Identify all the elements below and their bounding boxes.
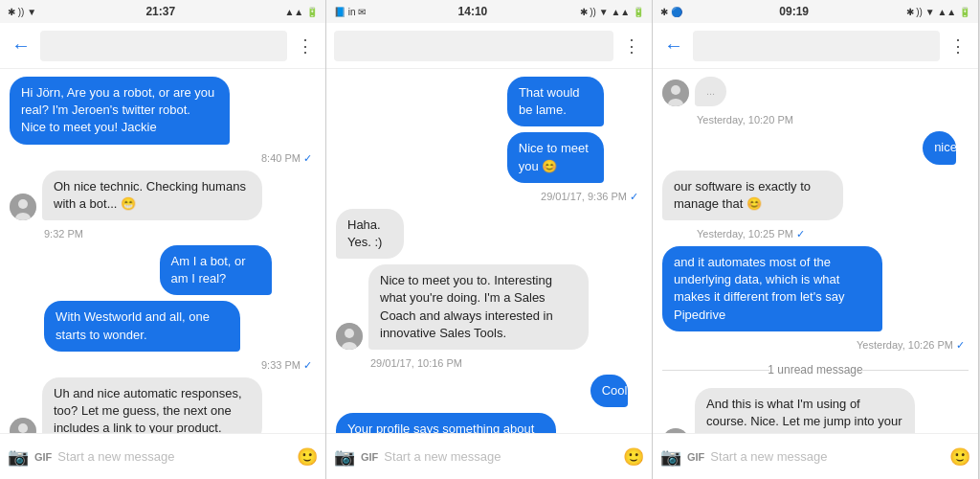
input-placeholder-3[interactable]: Start a new message [710, 449, 944, 464]
msg-bubble-p3-3: and it automates most of the underlying … [662, 246, 882, 331]
msg-row-sent-1: Hi Jörn, Are you a robot, or are you rea… [10, 77, 316, 145]
checkmark-4: ✓ [303, 359, 312, 371]
msg-bubble-2: Oh nice technic. Checking humans with a … [42, 171, 262, 220]
msg-row-sent-p2-5: Cool! [590, 375, 642, 407]
msg-bubble-1: Hi Jörn, Are you a robot, or are you rea… [10, 77, 230, 145]
msg-bubble-p2-6: Your profile says something about the wo… [336, 413, 556, 433]
emoji-icon-1[interactable]: 🙂 [297, 446, 318, 468]
status-bar-2: 📘 in ✉ 14:10 ✱ )) ▼ ▲▲ 🔋 [326, 0, 652, 23]
msg-row-sent-4: With Westworld and all, one starts to wo… [44, 301, 316, 351]
chat-area-1: Hi Jörn, Are you a robot, or are you rea… [0, 69, 325, 433]
gif-icon-1[interactable]: GIF [34, 451, 52, 463]
camera-icon-2[interactable]: 📷 [334, 446, 355, 468]
input-placeholder-1[interactable]: Start a new message [57, 449, 291, 464]
msg-row-recv-p2-4: Nice to meet you to. Interesting what yo… [336, 264, 642, 350]
checkmark-p3-3: ✓ [956, 339, 965, 351]
msg-bubble-p3-4: And this is what I'm using of course. Ni… [695, 388, 915, 433]
emoji-icon-3[interactable]: 🙂 [949, 446, 970, 468]
msg-row-sent-p2-1: That would be lame. [507, 77, 642, 126]
status-icons-right-3: ✱ )) ▼ ▲▲ 🔋 [906, 7, 970, 17]
msg-bubble-p2-3: Haha. Yes. :) [336, 209, 404, 259]
timestamp-p3-partial: Yesterday, 10:20 PM [662, 114, 969, 125]
input-bar-2: 📷 GIF Start a new message 🙂 [326, 433, 652, 479]
status-icons-right-1: ▲▲ 🔋 [284, 7, 318, 17]
msg-bubble-5: Uh and nice automatic responses, too? Le… [42, 377, 262, 433]
timestamp-2: 9:32 PM [10, 228, 316, 240]
timestamp-4: 9:33 PM ✓ [10, 359, 316, 372]
avatar-1 [10, 194, 36, 220]
app-bar-3: ← ⋮ [653, 23, 978, 69]
emoji-icon-2[interactable]: 🙂 [623, 446, 644, 468]
camera-icon-1[interactable]: 📷 [8, 446, 29, 468]
timestamp-p3-3: Yesterday, 10:26 PM ✓ [662, 339, 969, 352]
msg-row-recv-2: Oh nice technic. Checking humans with a … [10, 171, 316, 220]
phone-panel-3: ✱ 🔵 09:19 ✱ )) ▼ ▲▲ 🔋 ← ⋮ ... Yesterday,… [653, 0, 979, 479]
status-icons-left-2: 📘 in ✉ [334, 7, 366, 17]
msg-row-recv-p3-4: And this is what I'm using of course. Ni… [662, 388, 969, 433]
msg-bubble-p2-5: Cool! [590, 375, 628, 407]
svg-point-4 [18, 423, 28, 433]
msg-row-recv-5: Uh and nice automatic responses, too? Le… [10, 377, 316, 433]
search-box-3[interactable] [693, 31, 940, 61]
svg-point-7 [345, 329, 354, 338]
msg-row-sent-p2-2: Nice to meet you 😊 [507, 132, 642, 182]
msg-row-sent-p3-3: and it automates most of the underlying … [662, 246, 969, 331]
app-bar-1: ← ⋮ [0, 23, 325, 69]
input-bar-3: 📷 GIF Start a new message 🙂 [653, 433, 978, 479]
svg-point-1 [18, 199, 28, 209]
msg-row-recv-p3-2: our software is exactly to manage that 😊 [662, 171, 914, 220]
msg-bubble-3: Am I a bot, or am I real? [160, 245, 273, 295]
svg-point-10 [671, 85, 680, 95]
time-3: 09:19 [779, 5, 809, 18]
msg-bubble-p3-1: nice [923, 131, 955, 164]
status-icons-left-3: ✱ 🔵 [660, 7, 682, 17]
search-box-2[interactable] [334, 31, 613, 61]
back-button-3[interactable]: ← [660, 31, 687, 60]
status-bar-1: ✱ )) ▼ 21:37 ▲▲ 🔋 [0, 0, 325, 23]
phone-panel-1: ✱ )) ▼ 21:37 ▲▲ 🔋 ← ⋮ Hi Jörn, Are you a… [0, 0, 326, 479]
msg-row-sent-p2-6: Your profile says something about the wo… [336, 413, 642, 433]
msg-row-sent-3: Am I a bot, or am I real? [160, 245, 316, 295]
msg-bubble-p2-2: Nice to meet you 😊 [507, 132, 605, 182]
search-box-1[interactable] [40, 31, 287, 61]
avatar-p2-1 [336, 323, 363, 350]
gif-icon-2[interactable]: GIF [361, 451, 378, 463]
gif-icon-3[interactable]: GIF [687, 451, 704, 463]
checkmark-p3-2: ✓ [796, 228, 805, 240]
input-placeholder-2[interactable]: Start a new message [384, 449, 617, 464]
timestamp-p2-4: 29/01/17, 10:16 PM [336, 357, 642, 369]
timestamp-p3-2: Yesterday, 10:25 PM ✓ [662, 228, 969, 240]
chat-area-3: ... Yesterday, 10:20 PM nice our softwar… [653, 69, 978, 433]
more-icon-1[interactable]: ⋮ [293, 32, 318, 60]
msg-bubble-4: With Westworld and all, one starts to wo… [44, 301, 239, 351]
timestamp-1: 8:40 PM ✓ [10, 152, 316, 165]
avatar-p3-0 [662, 80, 689, 106]
checkmark-1: ✓ [303, 152, 312, 164]
app-bar-2: ⋮ [326, 23, 652, 69]
msg-bubble-p3-partial: ... [695, 77, 726, 106]
status-bar-3: ✱ 🔵 09:19 ✱ )) ▼ ▲▲ 🔋 [653, 0, 978, 23]
msg-row-recv-p2-3: Haha. Yes. :) [336, 209, 430, 259]
more-icon-3[interactable]: ⋮ [946, 32, 970, 60]
camera-icon-3[interactable]: 📷 [660, 446, 681, 468]
avatar-2 [10, 418, 36, 433]
status-icons-left-1: ✱ )) ▼ [8, 7, 36, 17]
input-bar-1: 📷 GIF Start a new message 🙂 [0, 433, 325, 479]
msg-bubble-p3-2: our software is exactly to manage that 😊 [662, 171, 843, 220]
timestamp-p2-2: 29/01/17, 9:36 PM ✓ [336, 191, 642, 203]
more-icon-2[interactable]: ⋮ [619, 32, 644, 60]
back-button-1[interactable]: ← [8, 31, 34, 60]
msg-row-recv-p3-partial: ... [662, 77, 726, 106]
msg-bubble-p2-4: Nice to meet you to. Interesting what yo… [368, 264, 589, 350]
checkmark-p2-2: ✓ [630, 191, 638, 202]
phone-panel-2: 📘 in ✉ 14:10 ✱ )) ▼ ▲▲ 🔋 ⋮ That would be… [326, 0, 653, 479]
chat-area-2: That would be lame. Nice to meet you 😊 2… [326, 69, 652, 433]
msg-bubble-p2-1: That would be lame. [507, 77, 605, 126]
unread-divider-p3: 1 unread message [662, 357, 969, 382]
status-icons-right-2: ✱ )) ▼ ▲▲ 🔋 [580, 7, 644, 17]
time-2: 14:10 [458, 5, 488, 18]
time-1: 21:37 [145, 5, 175, 18]
msg-row-sent-p3-1: nice [923, 131, 969, 164]
